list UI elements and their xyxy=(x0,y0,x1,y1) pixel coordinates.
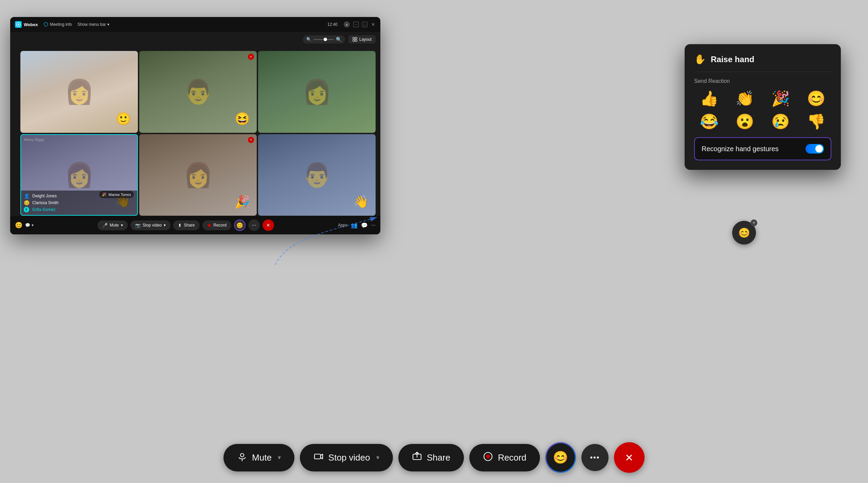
show-menu-btn[interactable]: Show menu bar ▾ xyxy=(77,22,109,27)
layout-label: Layout xyxy=(359,37,372,42)
emoji-laugh[interactable]: 😂 xyxy=(694,113,724,130)
record-icon: ⏺ xyxy=(207,223,212,228)
emoji-smile[interactable]: 😊 xyxy=(801,90,831,107)
sofia-name: Sofia Gomez xyxy=(32,207,55,212)
large-mute-chevron: ▾ xyxy=(278,454,281,461)
video-cell-3: 👩 xyxy=(258,51,376,133)
bottom-toolbar-left: 😊 💬 ▾ xyxy=(15,221,34,229)
large-emoji-btn[interactable]: 😊 xyxy=(545,442,576,473)
large-record-icon xyxy=(483,451,493,464)
emoji-reactions-icon: 😊 xyxy=(236,222,243,229)
person-silhouette-2: 👨 xyxy=(183,78,213,106)
emoji-reaction-1: 🙂 xyxy=(116,112,131,126)
record-btn-toolbar[interactable]: ⏺ Record xyxy=(202,220,232,230)
shield-icon xyxy=(43,22,48,27)
large-share-label: Share xyxy=(427,452,450,463)
large-mute-btn[interactable]: Mute ▾ xyxy=(223,444,294,471)
marise-name: Marise Torres xyxy=(109,193,131,197)
video-cell-6: 👨 👋 xyxy=(258,134,376,216)
floating-emoji-icon: 😊 xyxy=(738,227,750,238)
stop-video-chevron: ▾ xyxy=(164,223,166,228)
floating-emoji-btn[interactable]: 😊 + xyxy=(732,221,756,245)
meeting-info-label: Meeting info xyxy=(50,22,72,27)
toggle-knob xyxy=(815,145,823,153)
large-record-label: Record xyxy=(498,452,526,463)
mute-btn[interactable]: 🎤 Mute ▾ xyxy=(97,220,128,230)
rec-badge-2: R xyxy=(248,54,254,60)
emoji-party[interactable]: 🎉 xyxy=(765,90,796,107)
minimize-btn[interactable]: ─ xyxy=(353,22,359,27)
video-cell-2: 👨 😆 R xyxy=(139,51,257,133)
meeting-info-btn[interactable]: Meeting info xyxy=(43,22,72,27)
top-controls: 🔍 🔍 Layout xyxy=(303,35,376,43)
layout-icon xyxy=(352,37,357,42)
dwight-name: Dwight Jones xyxy=(32,194,57,198)
video-cell-4: Henry Riggs 👩 👋 👤 Dwight Jones 😊 Clariss… xyxy=(20,134,138,216)
layout-btn[interactable]: Layout xyxy=(348,35,376,43)
video-cell-1: 👩 🙂 xyxy=(20,51,138,133)
large-emoji-icon: 😊 xyxy=(553,450,568,465)
share-icon: ⬆ xyxy=(178,223,182,228)
show-menu-label: Show menu bar xyxy=(77,22,106,27)
large-more-btn[interactable]: ••• xyxy=(581,444,609,471)
large-end-btn[interactable]: ✕ xyxy=(614,442,645,473)
large-stop-video-btn[interactable]: Stop video ▾ xyxy=(300,444,393,471)
emoji-reaction-grid: 👍 👏 🎉 😊 😂 😮 😢 👎 xyxy=(694,90,831,130)
mute-label: Mute xyxy=(110,223,119,228)
floating-emoji-add-icon: + xyxy=(751,219,757,226)
title-bar: Webex Meeting info Show menu bar ▾ 12:40… xyxy=(10,17,380,32)
large-share-btn[interactable]: Share xyxy=(398,444,464,471)
stop-video-label: Stop video xyxy=(143,223,162,228)
chat-btn[interactable]: 💬 ▾ xyxy=(25,223,34,228)
zoom-slider[interactable] xyxy=(313,39,334,40)
emoji-reactions-btn[interactable]: 😊 xyxy=(234,219,246,231)
participant-sofia: 🎙 Sofia Gomez xyxy=(24,206,134,213)
mute-chevron: ▾ xyxy=(121,223,123,228)
more-icon: ··· xyxy=(252,222,256,228)
window-controls: 12:40 ● ─ □ ✕ xyxy=(327,21,376,28)
svg-rect-1 xyxy=(353,37,355,39)
large-record-btn[interactable]: Record xyxy=(469,444,540,471)
clarissa-name: Clarissa Smith xyxy=(32,200,58,205)
person-silhouette-3: 👩 xyxy=(302,78,332,106)
close-btn[interactable]: ✕ xyxy=(371,22,376,27)
recognize-gesture-toggle[interactable] xyxy=(806,144,824,154)
emoji-reaction-2: 😆 xyxy=(235,112,250,126)
recognize-gesture-label: Recognize hand gestures xyxy=(702,145,779,153)
emoji-reaction-5: 🎉 xyxy=(235,195,250,209)
emoji-thumbsdown[interactable]: 👎 xyxy=(801,113,831,130)
large-end-icon: ✕ xyxy=(625,452,633,464)
recognize-gesture-row: Recognize hand gestures xyxy=(694,137,831,160)
sofia-mic-icon: 🎙 xyxy=(24,207,29,212)
chat-chevron: ▾ xyxy=(32,223,34,228)
raise-hand-text: Raise hand xyxy=(711,55,754,64)
stop-video-btn[interactable]: 📷 Stop video ▾ xyxy=(130,220,171,230)
emoji-cry[interactable]: 😢 xyxy=(765,113,796,130)
emoji-wow[interactable]: 😮 xyxy=(730,113,760,130)
send-reaction-label: Send Reaction xyxy=(694,78,831,84)
large-mute-label: Mute xyxy=(252,452,272,463)
emoji-overlay-marise: 🎉Marise Torres xyxy=(99,191,134,198)
large-mute-icon xyxy=(237,451,247,464)
status-emoji-icon[interactable]: 😊 xyxy=(15,221,22,229)
svg-rect-3 xyxy=(353,40,355,41)
maximize-btn[interactable]: □ xyxy=(362,22,367,27)
webex-icon xyxy=(15,21,22,28)
popup-divider xyxy=(694,72,831,72)
more-btn[interactable]: ··· xyxy=(248,219,260,231)
large-share-icon xyxy=(412,451,422,464)
henry-riggs-label: Henry Riggs xyxy=(24,138,44,142)
stop-video-icon: 📷 xyxy=(135,223,141,228)
emoji-clap[interactable]: 👏 xyxy=(730,90,760,107)
large-stop-video-label: Stop video xyxy=(328,452,370,463)
status-icon: ● xyxy=(344,21,350,28)
emoji-thumbsup[interactable]: 👍 xyxy=(694,90,724,107)
svg-rect-8 xyxy=(314,454,321,459)
rec-badge-5: R xyxy=(248,137,254,143)
mute-icon: 🎤 xyxy=(102,223,108,228)
zoom-control[interactable]: 🔍 🔍 xyxy=(303,35,345,43)
raise-hand-popup: ✋ Raise hand Send Reaction 👍 👏 🎉 😊 😂 😮 😢… xyxy=(685,44,841,170)
share-btn[interactable]: ⬆ Share xyxy=(173,220,199,230)
svg-point-11 xyxy=(486,454,490,459)
webex-window: Webex Meeting info Show menu bar ▾ 12:40… xyxy=(10,17,380,234)
